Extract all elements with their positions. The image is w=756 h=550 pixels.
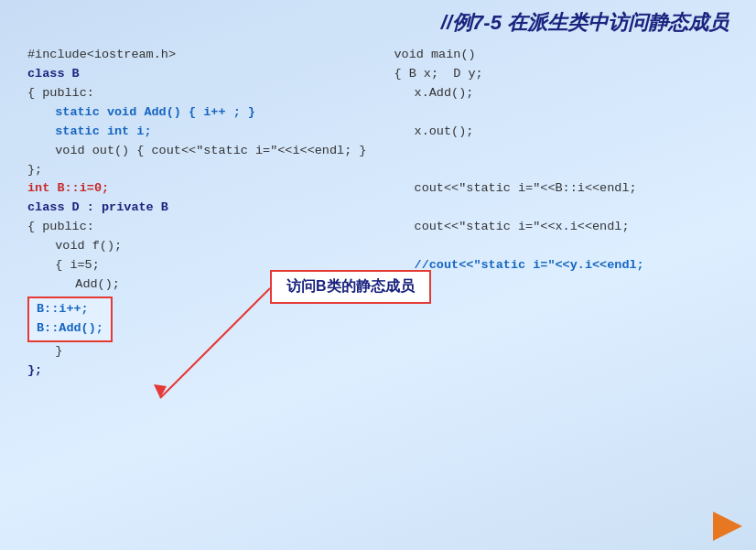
code-line: class D : private B: [27, 199, 366, 218]
annotation-container: 访问B类的静态成员: [270, 270, 431, 304]
code-line: [394, 161, 729, 180]
slide-container: //例7-5 在派生类中访问静态成员 #include<iostream.h> …: [0, 0, 756, 550]
content-area: #include<iostream.h> class B { public: s…: [18, 46, 738, 381]
code-line: { public:: [27, 84, 366, 103]
annotation-box: 访问B类的静态成员: [270, 270, 431, 304]
right-column: void main() { B x; D y; x.Add(); x.out()…: [384, 46, 729, 381]
code-line: };: [27, 361, 366, 381]
code-line: int B::i=0;: [27, 179, 366, 199]
code-line: void main(): [394, 46, 729, 65]
code-line: [394, 103, 729, 123]
code-line: class B: [27, 65, 366, 84]
code-line: x.Add();: [394, 84, 729, 103]
highlight-line-1: B::i++;: [37, 300, 103, 319]
code-line: x.out();: [394, 123, 729, 142]
nav-next-button[interactable]: [713, 512, 742, 541]
code-line: cout<<"static i="<<B::i<<endl;: [394, 179, 729, 199]
code-line: }: [27, 342, 366, 361]
code-line: }: [394, 275, 729, 295]
code-line: static int i;: [27, 123, 366, 142]
code-line: { public:: [27, 218, 366, 237]
left-code-block: #include<iostream.h> class B { public: s…: [27, 46, 366, 381]
slide-title: //例7-5 在派生类中访问静态成员: [18, 9, 738, 37]
code-line: #include<iostream.h>: [27, 46, 366, 65]
code-line: { B x; D y;: [394, 65, 729, 84]
code-line: void f();: [27, 237, 366, 256]
highlight-line-2: B::Add();: [37, 319, 103, 339]
code-line: //cout<<"static i="<<y.i<<endl;: [394, 256, 729, 275]
code-line: [394, 237, 729, 256]
arrowhead: [154, 384, 167, 398]
code-line: void out() { cout<<"static i="<<i<<endl;…: [27, 142, 366, 161]
code-line: [394, 199, 729, 218]
left-column: #include<iostream.h> class B { public: s…: [27, 46, 384, 381]
code-line: cout<<"static i="<<x.i<<endl;: [394, 218, 729, 237]
right-code-block: void main() { B x; D y; x.Add(); x.out()…: [394, 46, 729, 295]
code-line: static void Add() { i++ ; }: [27, 103, 366, 123]
code-line: [394, 142, 729, 161]
code-line: };: [27, 161, 366, 180]
highlight-box: B::i++; B::Add();: [27, 297, 113, 342]
